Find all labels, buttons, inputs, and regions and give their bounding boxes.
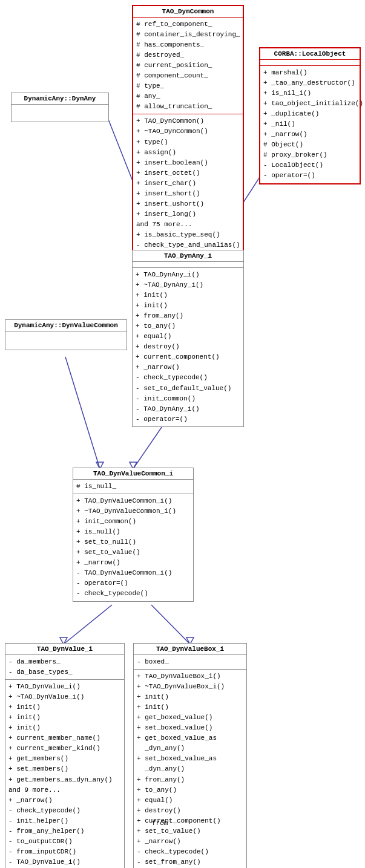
tao-dynany-i-fields bbox=[133, 262, 243, 268]
tao-dynvaluebox-i-box: TAO_DynValueBox_i - boxed_ + TAO_DynValu… bbox=[133, 643, 247, 868]
tao-dynvaluebox-i-fields: - boxed_ bbox=[134, 655, 246, 670]
tao-dynvaluecommon-i-fields: # is_null_ bbox=[73, 480, 193, 494]
tao-dyn-common-box: TAO_DynCommon # ref_to_component_ # cont… bbox=[132, 5, 244, 253]
tao-dynany-i-methods: + TAO_DynAny_i() + ~TAO_DynAny_i() + ini… bbox=[133, 268, 243, 426]
dynamicany-dynvaluecommon-title: DynamicAny::DynValueCommon bbox=[5, 320, 127, 331]
dynamicany-dynvaluecommon-empty bbox=[5, 331, 127, 350]
corba-local-object-box: CORBA::LocalObject + marshal() + _tao_an… bbox=[259, 47, 361, 184]
svg-line-13 bbox=[151, 605, 190, 644]
tao-dyn-common-fields: # ref_to_component_ # container_is_destr… bbox=[133, 18, 243, 114]
svg-line-9 bbox=[65, 357, 100, 469]
dynamicany-dynany-empty bbox=[12, 105, 108, 122]
from-label: from bbox=[152, 820, 168, 827]
corba-local-object-fields bbox=[260, 60, 360, 66]
tao-dynvalue-i-methods: + TAO_DynValue_i() + ~TAO_DynValue_i() +… bbox=[5, 680, 124, 868]
tao-dynvalue-i-box: TAO_DynValue_i - da_members_ - da_base_t… bbox=[5, 643, 125, 868]
tao-dyn-common-title: TAO_DynCommon bbox=[133, 6, 243, 18]
tao-dynvaluecommon-i-box: TAO_DynValueCommon_i # is_null_ + TAO_Dy… bbox=[73, 468, 194, 602]
tao-dyn-common-methods: + TAO_DynCommon() + ~TAO_DynCommon() + t… bbox=[133, 114, 243, 252]
corba-local-object-methods: + marshal() + _tao_any_destructor() + is… bbox=[260, 66, 360, 183]
diagram-container: TAO_DynCommon # ref_to_component_ # cont… bbox=[0, 0, 365, 868]
tao-dynvaluebox-i-methods: + TAO_DynValueBox_i() + ~TAO_DynValueBox… bbox=[134, 670, 246, 868]
corba-local-object-title: CORBA::LocalObject bbox=[260, 48, 360, 60]
tao-dynvaluecommon-i-title: TAO_DynValueCommon_i bbox=[73, 468, 193, 480]
svg-line-11 bbox=[64, 605, 112, 644]
tao-dynany-i-title: TAO_DynAny_i bbox=[133, 250, 243, 262]
tao-dynvalue-i-fields: - da_members_ - da_base_types_ bbox=[5, 655, 124, 680]
dynamicany-dynany-box: DynamicAny::DynAny bbox=[11, 93, 109, 122]
tao-dynany-i-box: TAO_DynAny_i + TAO_DynAny_i() + ~TAO_Dyn… bbox=[132, 250, 244, 427]
tao-dynvalue-i-title: TAO_DynValue_i bbox=[5, 644, 124, 655]
tao-dynvaluebox-i-title: TAO_DynValueBox_i bbox=[134, 644, 246, 655]
dynamicany-dynvaluecommon-box: DynamicAny::DynValueCommon bbox=[5, 319, 127, 350]
dynamicany-dynany-title: DynamicAny::DynAny bbox=[12, 93, 108, 105]
tao-dynvaluecommon-i-methods: + TAO_DynValueCommon_i() + ~TAO_DynValue… bbox=[73, 494, 193, 601]
